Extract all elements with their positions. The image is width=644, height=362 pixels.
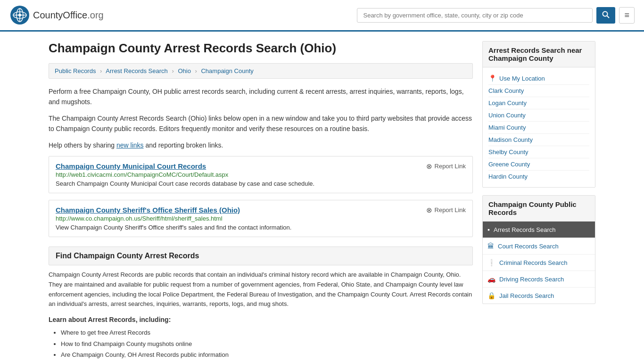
record-title-1[interactable]: Champaign County Sheriff's Office Sherif…	[56, 206, 240, 214]
pub-icon-0: ▪	[487, 226, 490, 233]
main-content: Champaign County Arrest Records Search (…	[49, 41, 473, 360]
records-container: Champaign County Municipal Court Records…	[49, 156, 473, 237]
main-container: Champaign County Arrest Records Search (…	[39, 32, 605, 362]
pub-label-0: Arrest Records Search	[494, 226, 556, 233]
nearby-county-2[interactable]: Union County	[488, 109, 589, 122]
bullet-item-2: Are Champaign County, OH Arrest Records …	[61, 349, 473, 360]
pub-icon-3: 🚗	[487, 275, 495, 283]
search-button[interactable]	[596, 7, 615, 24]
nearby-county-5[interactable]: Shelby County	[488, 146, 589, 158]
search-area: ≡	[357, 7, 635, 24]
pub-label-2: Criminal Records Search	[499, 259, 568, 266]
bullet-item-0: Where to get free Arrest Records	[61, 327, 473, 338]
search-input[interactable]	[357, 8, 593, 23]
bullets-list: Where to get free Arrest RecordsHow to f…	[61, 327, 473, 360]
pub-records-item-1[interactable]: 🏛Court Records Search	[483, 238, 595, 255]
svg-line-7	[607, 16, 610, 18]
find-section-header: Find Champaign County Arrest Records	[49, 247, 473, 265]
nearby-box-body: 📍 Use My Location Clark CountyLogan Coun…	[483, 67, 595, 187]
pub-label-1: Court Records Search	[498, 243, 559, 250]
logo-text: CountyOffice.org	[33, 10, 104, 21]
report-link-0[interactable]: ⊗ Report Link	[426, 162, 466, 171]
public-records-title: Champaign County Public Records	[483, 196, 595, 222]
svg-point-6	[603, 11, 608, 16]
record-url-0[interactable]: http://web1.civicacmi.com/ChampaignCoMC/…	[56, 171, 228, 178]
record-desc-1: View Champaign County Sheriff's Office s…	[56, 224, 466, 231]
record-url-1[interactable]: http://www.co.champaign.oh.us/Sheriff/ht…	[56, 215, 223, 222]
pin-icon: 📍	[488, 74, 496, 82]
pub-records-item-3[interactable]: 🚗Driving Records Search	[483, 271, 595, 288]
nearby-box: Arrest Records Search near Champaign Cou…	[482, 41, 595, 188]
logo-area: CountyOffice.org	[9, 5, 104, 25]
nearby-county-4[interactable]: Madison County	[488, 134, 589, 146]
record-header-1: Champaign County Sheriff's Office Sherif…	[56, 206, 466, 214]
nearby-title: Arrest Records Search near Champaign Cou…	[483, 41, 595, 67]
nearby-county-6[interactable]: Greene County	[488, 158, 589, 171]
public-records-items: ▪Arrest Records Search🏛Court Records Sea…	[483, 222, 595, 304]
nearby-county-0[interactable]: Clark County	[488, 85, 589, 97]
description-3: Help others by sharing new links and rep…	[49, 140, 473, 150]
description-1: Perform a free Champaign County, OH publ…	[49, 86, 473, 107]
breadcrumb-champaign[interactable]: Champaign County	[201, 67, 253, 74]
search-icon	[602, 11, 610, 18]
new-links[interactable]: new links	[116, 141, 144, 149]
record-item-0: Champaign County Municipal Court Records…	[49, 156, 473, 193]
record-desc-0: Search Champaign County Municipal Court …	[56, 180, 466, 187]
pub-label-4: Jail Records Search	[499, 292, 554, 299]
pub-records-item-2[interactable]: ❕Criminal Records Search	[483, 255, 595, 271]
report-icon-0: ⊗	[426, 162, 432, 171]
breadcrumb-arrest-records[interactable]: Arrest Records Search	[106, 67, 168, 74]
nearby-county-3[interactable]: Miami County	[488, 122, 589, 134]
nearby-counties: Clark CountyLogan CountyUnion CountyMiam…	[488, 85, 589, 182]
logo-icon	[9, 5, 30, 25]
page-header: CountyOffice.org ≡	[0, 0, 644, 32]
record-item-1: Champaign County Sheriff's Office Sherif…	[49, 200, 473, 237]
pub-label-3: Driving Records Search	[499, 276, 564, 283]
pub-icon-4: 🔒	[487, 292, 495, 299]
menu-button[interactable]: ≡	[619, 7, 635, 24]
bullet-item-1: How to find Champaign County mugshots on…	[61, 338, 473, 349]
find-section-body: Champaign County Arrest Records are publ…	[49, 270, 473, 309]
nearby-county-7[interactable]: Hardin County	[488, 171, 589, 182]
public-records-box: Champaign County Public Records ▪Arrest …	[482, 195, 595, 304]
pub-records-item-4[interactable]: 🔒Jail Records Search	[483, 288, 595, 304]
pub-records-item-0[interactable]: ▪Arrest Records Search	[483, 222, 595, 238]
record-title-0[interactable]: Champaign County Municipal Court Records	[56, 162, 206, 170]
use-location-btn[interactable]: 📍 Use My Location	[488, 72, 589, 85]
description-2: The Champaign County Arrest Records Sear…	[49, 113, 473, 134]
report-link-1[interactable]: ⊗ Report Link	[426, 206, 466, 214]
report-icon-1: ⊗	[426, 206, 432, 214]
record-header-0: Champaign County Municipal Court Records…	[56, 162, 466, 171]
learn-title: Learn about Arrest Records, including:	[49, 316, 473, 323]
pub-icon-2: ❕	[487, 259, 495, 266]
breadcrumb-ohio[interactable]: Ohio	[178, 67, 190, 74]
find-section-title: Find Champaign County Arrest Records	[56, 252, 199, 260]
pub-icon-1: 🏛	[487, 242, 494, 250]
nearby-county-1[interactable]: Logan County	[488, 97, 589, 109]
page-title: Champaign County Arrest Records Search (…	[49, 41, 473, 56]
breadcrumb-public-records[interactable]: Public Records	[55, 67, 96, 74]
breadcrumb: Public Records › Arrest Records Search ›…	[49, 63, 473, 79]
sidebar: Arrest Records Search near Champaign Cou…	[482, 41, 595, 360]
